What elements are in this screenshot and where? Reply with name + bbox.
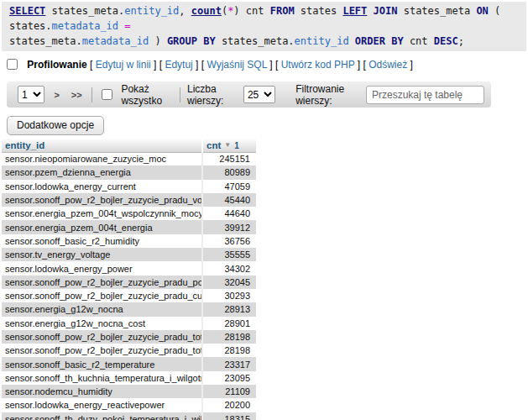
- sort-desc-icon: ▼: [224, 142, 231, 149]
- table-body: sensor.nieopomiarowane_zuzycie_moc245151…: [2, 152, 256, 420]
- cnt-cell[interactable]: 30293: [202, 289, 256, 302]
- entity-id-cell[interactable]: sensor.sonoff_th_kuchnia_temperatura_i_w…: [2, 371, 202, 385]
- sql-query-box: SELECT states_meta.entity_id, count(*) c…: [2, 2, 526, 51]
- cnt-cell[interactable]: 36756: [202, 234, 256, 248]
- table-row: sensor.nieopomiarowane_zuzycie_moc245151: [2, 152, 256, 165]
- cnt-cell[interactable]: 20200: [202, 398, 256, 412]
- table-row: sensor.energia_g12w_nocna_cost28901: [2, 317, 256, 330]
- table-row: sensor.sonoff_basic_r2_temperature23317: [2, 357, 256, 370]
- cnt-cell[interactable]: 47059: [202, 180, 256, 193]
- cnt-cell[interactable]: 35555: [202, 248, 256, 261]
- table-row: sensor.sonoff_th_kuchnia_temperatura_i_w…: [2, 371, 256, 385]
- sql-token: states: [295, 5, 343, 17]
- sql-token: entity_id: [124, 5, 179, 17]
- cnt-cell[interactable]: 28901: [202, 317, 256, 330]
- sql-token: JOIN: [374, 5, 398, 17]
- cnt-cell[interactable]: 245151: [202, 152, 256, 165]
- sql-token: ) cnt: [233, 5, 269, 17]
- sql-token: GROUP BY: [167, 35, 216, 47]
- page-select[interactable]: 1: [18, 86, 44, 103]
- entity-id-cell[interactable]: sensor.sonoff_pow_r2_bojler_zuzycie_prad…: [2, 289, 202, 302]
- sql-token: ): [149, 35, 167, 47]
- sql-keyword-doc-link[interactable]: LEFT: [342, 5, 367, 17]
- entity-id-cell[interactable]: sensor.tv_energy_voltage: [2, 248, 202, 261]
- entity-id-cell[interactable]: sensor.sonoff_basic_r2_temperature: [2, 357, 202, 370]
- cnt-cell[interactable]: 28198: [202, 330, 256, 344]
- create-php-code-link[interactable]: Utwórz kod PHP: [281, 59, 355, 71]
- cnt-cell[interactable]: 39912: [202, 220, 256, 234]
- refresh-link[interactable]: Odśwież: [369, 59, 407, 71]
- rows-count-select[interactable]: 25: [243, 86, 275, 103]
- entity-id-cell[interactable]: sensor.sonoff_pow_r2_bojler_zuzycie_prad…: [2, 193, 202, 207]
- sql-token: FROM: [270, 5, 295, 17]
- cnt-cell[interactable]: 34302: [202, 261, 256, 275]
- sql-token: ,: [179, 5, 191, 17]
- cnt-cell[interactable]: 32045: [202, 276, 256, 289]
- cnt-cell[interactable]: 28913: [202, 302, 256, 316]
- entity-id-cell[interactable]: sensor.lodowka_energy_current: [2, 180, 202, 193]
- show-all-checkbox[interactable]: [102, 89, 112, 100]
- entity-id-cell[interactable]: sensor.lodowka_energy_power: [2, 261, 202, 275]
- last-page-link[interactable]: >>: [69, 90, 85, 100]
- table-row: sensor.nodemcu_humidity21109: [2, 385, 256, 398]
- table-search-input[interactable]: [366, 86, 484, 104]
- entity-id-cell[interactable]: sensor.pzem_dzienna_energia: [2, 165, 202, 179]
- entity-id-cell[interactable]: sensor.sonoff_pow_r2_bojler_zuzycie_prad…: [2, 330, 202, 344]
- entity-id-cell[interactable]: sensor.energia_g12w_nocna_cost: [2, 317, 202, 330]
- next-page-link[interactable]: >: [51, 90, 61, 100]
- sql-token: metadata_id: [82, 35, 149, 47]
- results-table: entity_id cnt ▼ 1 sensor.nieopomiarowane…: [2, 139, 256, 420]
- column-header-entity-id[interactable]: entity_id: [2, 139, 202, 152]
- edit-inline-link[interactable]: Edytuj w linii: [96, 59, 151, 71]
- profiling-row: Profilowanie [ Edytuj w linii ] [ Edytuj…: [7, 59, 528, 71]
- table-row: sensor.lodowka_energy_current47059: [2, 180, 256, 193]
- cnt-cell[interactable]: 18315: [202, 412, 256, 420]
- table-row: sensor.lodowka_energy_reactivepower20200: [2, 398, 256, 412]
- entity-id-cell[interactable]: sensor.energia_g12w_nocna: [2, 302, 202, 316]
- profiling-checkbox[interactable]: [7, 59, 18, 70]
- table-row: sensor.energia_pzem_004t_energia39912: [2, 220, 256, 234]
- profiling-label[interactable]: Profilowanie: [27, 59, 86, 71]
- sort-order-badge: 1: [234, 141, 239, 150]
- show-all-label[interactable]: Pokaż wszystko: [121, 83, 173, 107]
- entity-id-cell[interactable]: sensor.sonoff_th_duzy_pokoj_temperatura_…: [2, 412, 202, 420]
- entity-id-cell[interactable]: sensor.lodowka_energy_reactivepower: [2, 398, 202, 412]
- table-row: sensor.sonoff_pow_r2_bojler_zuzycie_prad…: [2, 330, 256, 344]
- cnt-sort-link[interactable]: cnt: [206, 140, 221, 150]
- sql-token: states_meta.: [9, 35, 82, 47]
- edit-link[interactable]: Edytuj: [165, 59, 192, 71]
- entity-id-cell[interactable]: sensor.energia_pzem_004t_wspolczynnik_mo…: [2, 207, 202, 220]
- column-header-cnt[interactable]: cnt ▼ 1: [202, 139, 256, 152]
- table-row: sensor.tv_energy_voltage35555: [2, 248, 256, 261]
- entity-id-cell[interactable]: sensor.sonoff_pow_r2_bojler_zuzycie_prad…: [2, 344, 202, 357]
- cnt-cell[interactable]: 45440: [202, 193, 256, 207]
- cnt-cell[interactable]: 80989: [202, 165, 256, 179]
- cnt-cell[interactable]: 23317: [202, 357, 256, 370]
- entity-id-cell[interactable]: sensor.energia_pzem_004t_energia: [2, 220, 202, 234]
- cnt-cell[interactable]: 21109: [202, 385, 256, 398]
- sql-token: ORDER BY: [355, 35, 404, 47]
- cnt-cell[interactable]: 44640: [202, 207, 256, 220]
- sql-keyword-doc-link[interactable]: SELECT: [9, 5, 45, 17]
- table-row: sensor.sonoff_th_duzy_pokoj_temperatura_…: [2, 412, 256, 420]
- table-row: sensor.pzem_dzienna_energia80989: [2, 165, 256, 179]
- table-row: sensor.sonoff_pow_r2_bojler_zuzycie_prad…: [2, 289, 256, 302]
- pagination-bar: 1 > >> Pokaż wszystko Liczba wierszy: 25…: [7, 81, 491, 108]
- sql-token: DESC: [434, 35, 458, 47]
- additional-options-button[interactable]: Dodatkowe opcje: [7, 116, 104, 135]
- entity-id-cell[interactable]: sensor.sonoff_pow_r2_bojler_zuzycie_prad…: [2, 276, 202, 289]
- entity-id-cell[interactable]: sensor.sonoff_basic_r2_humidity: [2, 234, 202, 248]
- table-row: sensor.sonoff_pow_r2_bojler_zuzycie_prad…: [2, 193, 256, 207]
- sql-line: SELECT states_meta.entity_id, count(*) c…: [9, 3, 519, 34]
- entity-id-cell[interactable]: sensor.nodemcu_humidity: [2, 385, 202, 398]
- entity-id-cell[interactable]: sensor.nieopomiarowane_zuzycie_moc: [2, 152, 202, 165]
- rows-count-label: Liczba wierszy:: [187, 83, 237, 107]
- table-header-row: entity_id cnt ▼ 1: [2, 139, 256, 152]
- sql-keyword-doc-link[interactable]: count: [191, 5, 222, 17]
- sql-token: cnt: [404, 35, 434, 47]
- entity-id-sort-link[interactable]: entity_id: [5, 140, 44, 150]
- action-link-group: [ Edytuj w linii ] [ Edytuj ] [ Wyjaśnij…: [90, 59, 413, 71]
- explain-sql-link[interactable]: Wyjaśnij SQL: [206, 59, 266, 71]
- cnt-cell[interactable]: 28198: [202, 344, 256, 357]
- cnt-cell[interactable]: 23095: [202, 371, 256, 385]
